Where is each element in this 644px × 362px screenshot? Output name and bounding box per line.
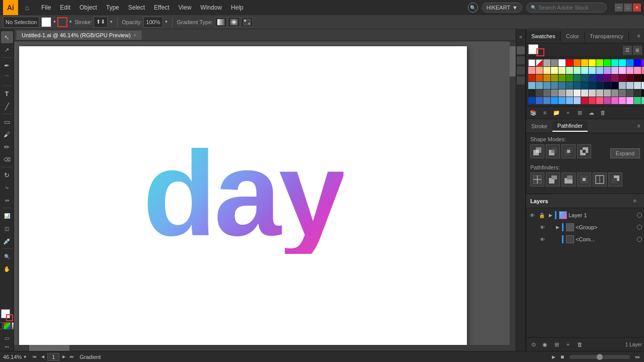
swatch-item[interactable]: [566, 67, 573, 74]
stop-button[interactable]: ⏹: [558, 353, 566, 360]
show-swatch-kinds-button[interactable]: ≡: [540, 108, 550, 118]
curvature-tool[interactable]: ⌒: [1, 72, 13, 84]
swatch-item[interactable]: [551, 97, 558, 104]
playback-end-button[interactable]: ⏭: [634, 353, 641, 360]
swatch-item[interactable]: [589, 67, 596, 74]
swatch-item[interactable]: [566, 74, 573, 81]
swatch-item[interactable]: [589, 74, 596, 81]
swatch-item[interactable]: [536, 74, 543, 81]
swatch-item[interactable]: [611, 59, 618, 66]
layers-menu-button[interactable]: ≡: [630, 194, 640, 208]
swatch-item[interactable]: [536, 97, 543, 104]
radial-gradient-button[interactable]: [228, 17, 240, 27]
intersect-button[interactable]: [561, 144, 576, 158]
rectangle-tool[interactable]: ▭: [1, 116, 13, 128]
swatch-item[interactable]: [543, 82, 550, 89]
swatch-item[interactable]: [528, 74, 535, 81]
hikeart-badge[interactable]: HIKEART ▼: [482, 3, 522, 13]
swatch-item[interactable]: [551, 89, 558, 97]
pencil-tool[interactable]: ✏: [1, 141, 13, 153]
swatch-item[interactable]: [611, 97, 618, 104]
swatch-item[interactable]: [574, 67, 581, 74]
new-color-group-button[interactable]: 📁: [551, 108, 561, 118]
tab-close-button[interactable]: ×: [134, 33, 136, 38]
eraser-tool[interactable]: ⌫: [1, 153, 13, 165]
swatch-item[interactable]: [641, 89, 644, 97]
white-swatch[interactable]: [528, 59, 535, 66]
swatch-item[interactable]: [611, 82, 618, 89]
type-tool[interactable]: T: [1, 87, 13, 100]
zoom-tool[interactable]: 🔍: [1, 250, 13, 262]
swatch-item[interactable]: [543, 74, 550, 81]
last-page-button[interactable]: ⏭: [68, 353, 75, 360]
swatch-item[interactable]: [619, 89, 626, 97]
locate-object-button[interactable]: ⊙: [528, 339, 538, 349]
libraries-button[interactable]: ☁: [586, 108, 596, 118]
group-name[interactable]: <Group>: [576, 224, 635, 230]
swatch-item[interactable]: [589, 89, 596, 97]
prev-page-button[interactable]: ◀: [39, 353, 46, 360]
timeline-thumb[interactable]: [597, 354, 603, 360]
swatch-item[interactable]: [558, 97, 566, 104]
width-tool[interactable]: ⇔: [1, 194, 13, 206]
swatch-item[interactable]: [626, 89, 633, 97]
swatch-item[interactable]: [536, 82, 543, 89]
fill-color[interactable]: [41, 17, 51, 27]
expand-button[interactable]: Expand: [610, 148, 640, 158]
transparency-tab[interactable]: Transparency: [585, 31, 629, 41]
rotate-tool[interactable]: ↻: [1, 169, 13, 181]
pen-tool[interactable]: ✒: [1, 59, 13, 71]
swatch-item[interactable]: [543, 97, 550, 104]
swatch-item[interactable]: [581, 97, 588, 104]
document-tab[interactable]: Untitled-1.ai @ 46.14% (RGB/GPU Preview)…: [16, 30, 142, 40]
color-button[interactable]: [4, 322, 11, 329]
swatch-item[interactable]: [596, 74, 603, 81]
swatch-item[interactable]: [634, 97, 641, 104]
paintbrush-tool[interactable]: 🖌: [1, 128, 13, 140]
swatch-item[interactable]: [551, 59, 558, 66]
layer-name[interactable]: Layer 1: [569, 212, 635, 218]
swatch-item[interactable]: [558, 82, 566, 89]
freeform-gradient-button[interactable]: [241, 17, 253, 27]
swatch-item[interactable]: [528, 67, 535, 74]
opacity-input[interactable]: 100%: [143, 17, 163, 28]
swatch-item[interactable]: [589, 82, 596, 89]
swatch-item[interactable]: [641, 74, 644, 81]
swatch-item[interactable]: [566, 97, 573, 104]
com-name[interactable]: <Com...: [576, 236, 635, 242]
swatch-item[interactable]: [619, 97, 626, 104]
swatch-item[interactable]: [589, 59, 596, 66]
draw-mode-button[interactable]: ▭: [1, 332, 13, 344]
com-visibility[interactable]: 👁: [538, 235, 546, 243]
swatch-item[interactable]: [551, 67, 558, 74]
first-page-button[interactable]: ⏮: [31, 353, 38, 360]
swatch-item[interactable]: [589, 97, 596, 104]
trim-button[interactable]: [546, 172, 560, 187]
swatches-panel-icon[interactable]: [517, 46, 525, 54]
swatch-item[interactable]: [626, 67, 633, 74]
horizontal-scrollbar[interactable]: [14, 345, 510, 351]
swatch-item[interactable]: [596, 59, 603, 66]
vertical-scrollbar[interactable]: [510, 41, 516, 351]
timeline-slider[interactable]: [570, 355, 630, 359]
swatch-item[interactable]: [566, 59, 573, 66]
menu-edit[interactable]: Edit: [56, 2, 74, 13]
swatch-item[interactable]: [581, 67, 588, 74]
swatch-item[interactable]: [574, 97, 581, 104]
stroke-input[interactable]: ⬆⬇: [94, 17, 108, 28]
stroke-tab[interactable]: Stroke: [526, 121, 552, 131]
fill-dropdown-arrow[interactable]: ▼: [52, 20, 56, 24]
vertical-scroll-thumb[interactable]: [510, 46, 516, 76]
swatch-item[interactable]: [574, 59, 581, 66]
swatch-item[interactable]: [596, 97, 603, 104]
bar-graph-tool[interactable]: 📊: [1, 210, 13, 222]
swatch-item[interactable]: [596, 82, 603, 89]
swatch-item[interactable]: [596, 67, 603, 74]
swatch-item[interactable]: [558, 67, 566, 74]
new-sublayer-button[interactable]: ⊞: [551, 339, 561, 349]
swatch-item[interactable]: [528, 97, 535, 104]
swatch-item[interactable]: [581, 89, 588, 97]
swatch-item[interactable]: [528, 89, 535, 97]
swatch-item[interactable]: [551, 82, 558, 89]
pathfinder-tab[interactable]: Pathfinder: [552, 121, 588, 132]
